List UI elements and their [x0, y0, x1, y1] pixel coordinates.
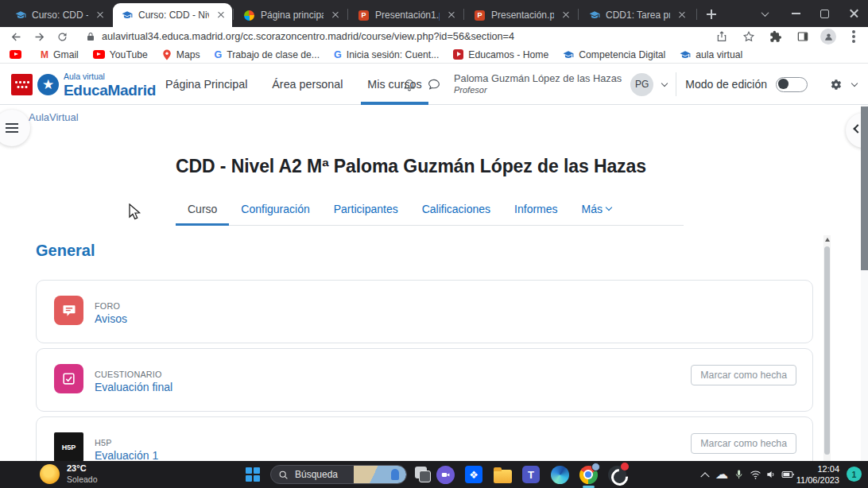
start-button[interactable]: [243, 465, 262, 484]
edit-mode-toggle[interactable]: [776, 77, 808, 92]
close-icon[interactable]: [676, 9, 688, 21]
tab-separator: [463, 9, 464, 20]
teams-button[interactable]: T: [521, 465, 541, 484]
bookmark-item[interactable]: MGmail: [41, 49, 79, 60]
chrome-profile-badge: [591, 463, 600, 471]
browser-tab-4[interactable]: P Presentación1.pptx: [350, 3, 463, 27]
section-scrollbar-thumb[interactable]: [824, 246, 830, 455]
course-tab-bar: Curso Configuración Participantes Califi…: [176, 192, 684, 226]
user-menu-chevron-icon[interactable]: [661, 79, 668, 86]
bookmark-item[interactable]: YouTube: [93, 49, 148, 60]
video-call-app-button[interactable]: [436, 465, 455, 484]
chevron-up-icon: [700, 472, 709, 481]
obs-button[interactable]: [607, 465, 626, 484]
browser-tab-6[interactable]: CDD1: Tarea práctica: [580, 3, 693, 27]
back-icon[interactable]: [6, 28, 25, 45]
battery-tray-button[interactable]: [779, 465, 796, 484]
bookmark-item[interactable]: Maps: [162, 49, 200, 60]
tab-participantes[interactable]: Participantes: [322, 192, 410, 225]
close-icon[interactable]: [215, 9, 227, 21]
browser-tab-1[interactable]: Curso: CDD - Nivel A2: [6, 3, 111, 27]
screen: Curso: CDD - Nivel A2 Curso: CDD - Nivel…: [0, 0, 868, 488]
nav-area-personal[interactable]: Área personal: [271, 64, 343, 105]
forum-icon: [54, 296, 83, 325]
window-minimize-button[interactable]: [783, 0, 808, 27]
tab-separator: [696, 9, 697, 20]
notification-count-badge[interactable]: 1: [847, 467, 862, 482]
browser-tab-3[interactable]: Página principal | Mic: [235, 3, 347, 27]
onedrive-tray-button[interactable]: ☁: [714, 465, 730, 484]
new-tab-button[interactable]: [703, 6, 720, 23]
bookmark-item[interactable]: Competencia Digital: [563, 49, 665, 60]
bookmark-item[interactable]: aula virtual: [680, 49, 742, 60]
teams-icon: T: [522, 466, 540, 483]
window-close-button[interactable]: [841, 0, 866, 27]
activity-link-avisos[interactable]: Avisos: [95, 312, 127, 325]
gmail-icon: M: [41, 49, 48, 60]
bookmark-star-icon[interactable]: [739, 28, 758, 45]
side-panel-icon[interactable]: [793, 28, 812, 45]
notifications-bell-icon[interactable]: [401, 76, 417, 92]
file-explorer-button[interactable]: [493, 465, 512, 484]
chrome-button-active[interactable]: [579, 465, 598, 484]
avatar[interactable]: PG: [630, 73, 653, 96]
close-icon[interactable]: [560, 9, 572, 21]
tab-calificaciones[interactable]: Calificaciones: [410, 192, 502, 225]
activity-type-label: CUESTIONARIO: [95, 370, 162, 379]
forward-icon[interactable]: [29, 28, 48, 45]
address-bar[interactable]: aulavirtual34.educa.madrid.org/cc.scoraz…: [78, 29, 730, 45]
user-info: Paloma Guzmán López de las Hazas Profeso…: [454, 73, 622, 95]
close-icon[interactable]: [445, 9, 458, 21]
weather-temp: 23°C: [67, 463, 98, 474]
bookmark-item[interactable]: GTrabajo de clase de...: [215, 49, 320, 60]
bookmark-item[interactable]: [10, 50, 26, 59]
mark-as-done-button[interactable]: Marcar como hecha: [691, 433, 796, 454]
taskbar-search-box[interactable]: Búsqueda: [270, 465, 407, 484]
nav-pagina-principal[interactable]: Página Principal: [165, 64, 248, 105]
tray-show-hidden-icons[interactable]: [698, 465, 712, 484]
site-logo[interactable]: ★ Aula virtual EducaMadrid: [11, 72, 156, 98]
section-scrollbar-up-arrow[interactable]: [825, 238, 830, 242]
tab-curso[interactable]: Curso: [176, 192, 229, 225]
powerpoint-icon: P: [358, 10, 370, 21]
share-icon[interactable]: [712, 28, 731, 45]
settings-chevron-icon[interactable]: [851, 79, 858, 86]
tab-informes[interactable]: Informes: [502, 192, 569, 225]
task-view-button[interactable]: [413, 465, 432, 484]
close-icon[interactable]: [94, 9, 107, 21]
youtube-icon: [93, 50, 105, 59]
microphone-tray-button[interactable]: [731, 465, 746, 484]
window-restore-button[interactable]: [812, 0, 837, 27]
tab-search-chevron-icon[interactable]: [752, 0, 777, 27]
volume-tray-button[interactable]: [763, 465, 779, 484]
tab-mas[interactable]: Más: [570, 192, 623, 225]
browser-scrollbar-thumb[interactable]: [861, 107, 868, 270]
browser-profile-avatar[interactable]: [820, 29, 836, 45]
messages-chat-icon[interactable]: [426, 76, 442, 92]
taskbar-clock[interactable]: 12:04 11/06/2023: [796, 463, 839, 486]
reload-icon[interactable]: [52, 28, 72, 45]
clock-date: 11/06/2023: [796, 474, 839, 486]
close-icon[interactable]: [329, 9, 342, 21]
browser-tab-5[interactable]: P Presentación.pptx: [466, 3, 577, 27]
microsoft-icon: [243, 10, 255, 21]
browser-menu-dots-icon[interactable]: [844, 28, 863, 45]
extensions-puzzle-icon[interactable]: [766, 28, 785, 45]
activity-link-evaluacion-final[interactable]: Evaluación final: [95, 381, 172, 393]
breadcrumb[interactable]: AulaVirtual: [29, 111, 79, 123]
edge-button[interactable]: [550, 465, 569, 484]
tab-configuracion[interactable]: Configuración: [229, 192, 321, 225]
course-index-drawer-button[interactable]: [0, 110, 30, 146]
gear-icon[interactable]: [827, 76, 843, 92]
wifi-tray-button[interactable]: [747, 465, 763, 484]
browser-scrollbar-track[interactable]: [861, 105, 868, 461]
taskbar-weather-widget[interactable]: 23°C Soleado: [40, 463, 98, 485]
microphone-icon: [734, 469, 744, 481]
mark-as-done-button[interactable]: Marcar como hecha: [691, 365, 796, 385]
browser-tab-2-active[interactable]: Curso: CDD - Nivel A2: [113, 3, 232, 27]
moodle-icon: [14, 10, 26, 21]
bookmark-item[interactable]: GInicia sesión: Cuent...: [334, 49, 439, 60]
dropbox-button[interactable]: ❖: [464, 465, 483, 484]
activity-link-evaluacion-1[interactable]: Evaluación 1: [95, 449, 158, 462]
bookmark-item[interactable]: Educamos - Home: [453, 49, 548, 60]
